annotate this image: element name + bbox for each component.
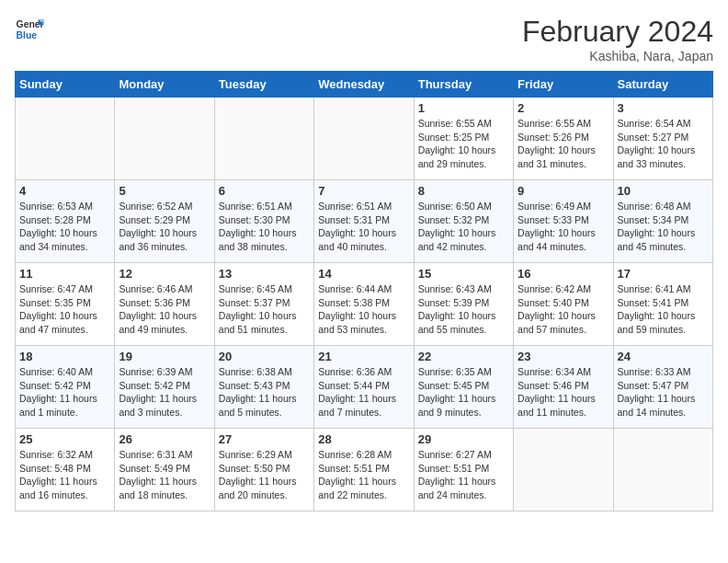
day-info: Sunrise: 6:42 AM Sunset: 5:40 PM Dayligh… xyxy=(518,282,609,337)
calendar-cell: 25Sunrise: 6:32 AM Sunset: 5:48 PM Dayli… xyxy=(16,429,115,511)
day-number: 17 xyxy=(618,267,709,281)
day-number: 18 xyxy=(19,350,110,363)
day-number: 3 xyxy=(618,101,709,115)
calendar-cell: 7Sunrise: 6:51 AM Sunset: 5:31 PM Daylig… xyxy=(314,180,414,263)
day-number: 6 xyxy=(219,184,310,198)
day-info: Sunrise: 6:38 AM Sunset: 5:43 PM Dayligh… xyxy=(219,365,310,419)
calendar-cell: 5Sunrise: 6:52 AM Sunset: 5:29 PM Daylig… xyxy=(115,180,214,263)
calendar-cell xyxy=(314,98,414,180)
calendar-cell xyxy=(514,429,613,511)
calendar-cell: 13Sunrise: 6:45 AM Sunset: 5:37 PM Dayli… xyxy=(214,263,313,346)
day-number: 4 xyxy=(19,184,110,198)
calendar-cell xyxy=(613,429,712,511)
calendar-cell: 8Sunrise: 6:50 AM Sunset: 5:32 PM Daylig… xyxy=(414,180,513,263)
day-number: 21 xyxy=(318,350,409,363)
weekday-header-tuesday: Tuesday xyxy=(214,72,313,98)
day-info: Sunrise: 6:54 AM Sunset: 5:27 PM Dayligh… xyxy=(618,117,709,171)
calendar-cell: 28Sunrise: 6:28 AM Sunset: 5:51 PM Dayli… xyxy=(314,429,414,511)
weekday-header-saturday: Saturday xyxy=(613,72,712,98)
day-info: Sunrise: 6:49 AM Sunset: 5:33 PM Dayligh… xyxy=(518,200,609,254)
day-number: 16 xyxy=(518,267,609,281)
calendar-cell: 1Sunrise: 6:55 AM Sunset: 5:25 PM Daylig… xyxy=(414,98,513,180)
day-number: 13 xyxy=(219,267,310,281)
day-number: 19 xyxy=(119,350,210,363)
day-info: Sunrise: 6:50 AM Sunset: 5:32 PM Dayligh… xyxy=(418,200,509,254)
calendar-cell: 12Sunrise: 6:46 AM Sunset: 5:36 PM Dayli… xyxy=(115,263,214,346)
day-number: 20 xyxy=(219,350,310,363)
week-row-5: 25Sunrise: 6:32 AM Sunset: 5:48 PM Dayli… xyxy=(16,429,713,511)
day-info: Sunrise: 6:29 AM Sunset: 5:50 PM Dayligh… xyxy=(219,448,310,502)
calendar-cell: 23Sunrise: 6:34 AM Sunset: 5:46 PM Dayli… xyxy=(514,346,613,429)
calendar-cell: 26Sunrise: 6:31 AM Sunset: 5:49 PM Dayli… xyxy=(115,429,214,511)
week-row-2: 4Sunrise: 6:53 AM Sunset: 5:28 PM Daylig… xyxy=(16,180,713,263)
day-number: 22 xyxy=(418,350,509,363)
day-number: 1 xyxy=(418,101,509,115)
day-number: 15 xyxy=(418,267,509,281)
logo: General Blue xyxy=(15,15,44,44)
day-info: Sunrise: 6:52 AM Sunset: 5:29 PM Dayligh… xyxy=(119,200,210,254)
day-info: Sunrise: 6:34 AM Sunset: 5:46 PM Dayligh… xyxy=(518,365,609,419)
svg-text:Blue: Blue xyxy=(17,30,38,40)
day-info: Sunrise: 6:32 AM Sunset: 5:48 PM Dayligh… xyxy=(19,448,110,502)
calendar-cell: 17Sunrise: 6:41 AM Sunset: 5:41 PM Dayli… xyxy=(613,263,712,346)
day-info: Sunrise: 6:48 AM Sunset: 5:34 PM Dayligh… xyxy=(618,200,709,254)
calendar-cell: 9Sunrise: 6:49 AM Sunset: 5:33 PM Daylig… xyxy=(514,180,613,263)
day-number: 23 xyxy=(518,350,609,363)
weekday-header-monday: Monday xyxy=(115,72,214,98)
calendar-cell: 24Sunrise: 6:33 AM Sunset: 5:47 PM Dayli… xyxy=(613,346,712,429)
day-info: Sunrise: 6:44 AM Sunset: 5:38 PM Dayligh… xyxy=(318,282,409,337)
day-info: Sunrise: 6:43 AM Sunset: 5:39 PM Dayligh… xyxy=(418,282,509,337)
calendar-cell: 20Sunrise: 6:38 AM Sunset: 5:43 PM Dayli… xyxy=(214,346,313,429)
calendar-cell: 2Sunrise: 6:55 AM Sunset: 5:26 PM Daylig… xyxy=(514,98,613,180)
day-info: Sunrise: 6:51 AM Sunset: 5:31 PM Dayligh… xyxy=(318,200,409,254)
calendar-cell: 4Sunrise: 6:53 AM Sunset: 5:28 PM Daylig… xyxy=(16,180,115,263)
week-row-4: 18Sunrise: 6:40 AM Sunset: 5:42 PM Dayli… xyxy=(16,346,713,429)
day-info: Sunrise: 6:53 AM Sunset: 5:28 PM Dayligh… xyxy=(19,200,110,254)
calendar-cell xyxy=(115,98,214,180)
calendar-cell: 18Sunrise: 6:40 AM Sunset: 5:42 PM Dayli… xyxy=(16,346,115,429)
calendar-cell: 15Sunrise: 6:43 AM Sunset: 5:39 PM Dayli… xyxy=(414,263,513,346)
day-number: 7 xyxy=(318,184,409,198)
day-number: 28 xyxy=(318,432,409,446)
day-number: 10 xyxy=(618,184,709,198)
day-info: Sunrise: 6:41 AM Sunset: 5:41 PM Dayligh… xyxy=(618,282,709,337)
weekday-header-thursday: Thursday xyxy=(414,72,513,98)
day-number: 25 xyxy=(19,432,110,446)
day-info: Sunrise: 6:27 AM Sunset: 5:51 PM Dayligh… xyxy=(418,448,509,502)
day-number: 5 xyxy=(119,184,210,198)
day-info: Sunrise: 6:55 AM Sunset: 5:25 PM Dayligh… xyxy=(418,117,509,171)
calendar-cell: 21Sunrise: 6:36 AM Sunset: 5:44 PM Dayli… xyxy=(314,346,414,429)
day-number: 29 xyxy=(418,432,509,446)
calendar-cell: 10Sunrise: 6:48 AM Sunset: 5:34 PM Dayli… xyxy=(613,180,712,263)
day-number: 27 xyxy=(219,432,310,446)
calendar-table: SundayMondayTuesdayWednesdayThursdayFrid… xyxy=(15,71,713,511)
day-info: Sunrise: 6:28 AM Sunset: 5:51 PM Dayligh… xyxy=(318,448,409,502)
calendar-cell: 29Sunrise: 6:27 AM Sunset: 5:51 PM Dayli… xyxy=(414,429,513,511)
weekday-header-sunday: Sunday xyxy=(16,72,115,98)
day-number: 26 xyxy=(119,432,210,446)
calendar-cell: 6Sunrise: 6:51 AM Sunset: 5:30 PM Daylig… xyxy=(214,180,313,263)
page-header: General Blue February 2024 Kashiba, Nara… xyxy=(15,15,713,63)
day-number: 14 xyxy=(318,267,409,281)
calendar-cell: 14Sunrise: 6:44 AM Sunset: 5:38 PM Dayli… xyxy=(314,263,414,346)
week-row-3: 11Sunrise: 6:47 AM Sunset: 5:35 PM Dayli… xyxy=(16,263,713,346)
week-row-1: 1Sunrise: 6:55 AM Sunset: 5:25 PM Daylig… xyxy=(16,98,713,180)
calendar-cell: 16Sunrise: 6:42 AM Sunset: 5:40 PM Dayli… xyxy=(514,263,613,346)
calendar-cell xyxy=(214,98,313,180)
day-info: Sunrise: 6:40 AM Sunset: 5:42 PM Dayligh… xyxy=(19,365,110,419)
day-info: Sunrise: 6:39 AM Sunset: 5:42 PM Dayligh… xyxy=(119,365,210,419)
day-info: Sunrise: 6:31 AM Sunset: 5:49 PM Dayligh… xyxy=(119,448,210,502)
day-info: Sunrise: 6:55 AM Sunset: 5:26 PM Dayligh… xyxy=(518,117,609,171)
day-number: 2 xyxy=(518,101,609,115)
weekday-header-row: SundayMondayTuesdayWednesdayThursdayFrid… xyxy=(16,72,713,98)
logo-icon: General Blue xyxy=(15,15,44,44)
day-number: 9 xyxy=(518,184,609,198)
title-block: February 2024 Kashiba, Nara, Japan xyxy=(522,15,713,63)
calendar-cell: 11Sunrise: 6:47 AM Sunset: 5:35 PM Dayli… xyxy=(16,263,115,346)
day-info: Sunrise: 6:35 AM Sunset: 5:45 PM Dayligh… xyxy=(418,365,509,419)
day-number: 24 xyxy=(618,350,709,363)
day-info: Sunrise: 6:45 AM Sunset: 5:37 PM Dayligh… xyxy=(219,282,310,337)
calendar-title: February 2024 xyxy=(522,15,713,49)
day-info: Sunrise: 6:33 AM Sunset: 5:47 PM Dayligh… xyxy=(618,365,709,419)
day-number: 12 xyxy=(119,267,210,281)
